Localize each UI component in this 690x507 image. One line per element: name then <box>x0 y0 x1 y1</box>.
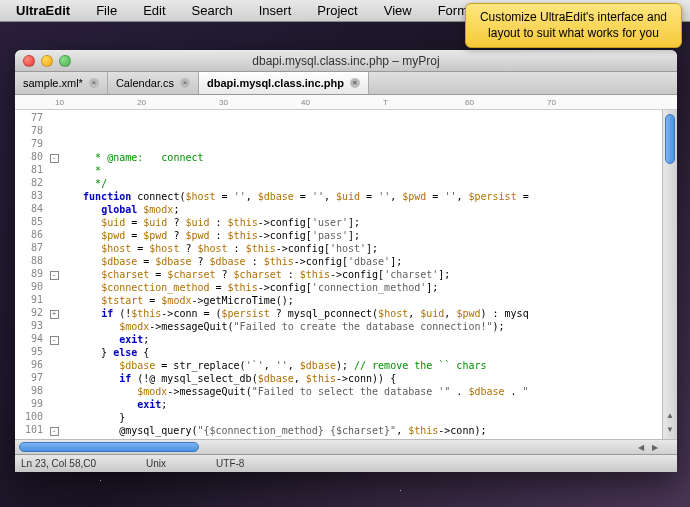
code-line[interactable]: } <box>65 411 662 424</box>
vertical-scrollbar[interactable]: ▲▼ <box>662 110 677 439</box>
zoom-icon[interactable] <box>59 55 71 67</box>
menu-project[interactable]: Project <box>313 1 361 20</box>
close-icon[interactable] <box>23 55 35 67</box>
tab-2[interactable]: dbapi.mysql.class.inc.php× <box>199 72 369 94</box>
code-line[interactable]: * <box>65 164 662 177</box>
menu-file[interactable]: File <box>92 1 121 20</box>
encoding: UTF-8 <box>216 458 244 469</box>
code-line[interactable]: * @name: connect <box>65 151 662 164</box>
column-ruler: 10203040T6070 <box>15 95 677 110</box>
status-bar: Ln 23, Col 58,C0 Unix UTF-8 <box>15 454 677 472</box>
code-line[interactable]: $uid = $uid ? $uid : $this->config['user… <box>65 216 662 229</box>
code-line[interactable]: $charset = $charset ? $charset : $this->… <box>65 268 662 281</box>
tab-0[interactable]: sample.xml*× <box>15 72 108 94</box>
code-line[interactable]: } else { <box>65 346 662 359</box>
code-line[interactable]: exit; <box>65 398 662 411</box>
cursor-position: Ln 23, Col 58,C0 <box>21 458 96 469</box>
window-title: dbapi.mysql.class.inc.php – myProj <box>15 54 677 68</box>
app-menu[interactable]: UltraEdit <box>12 1 74 20</box>
code-line[interactable]: $host = $host ? $host : $this->config['h… <box>65 242 662 255</box>
line-gutter: 7778798081828384858687888990919293949596… <box>15 110 47 439</box>
menu-view[interactable]: View <box>380 1 416 20</box>
code-line[interactable]: global $modx; <box>65 203 662 216</box>
titlebar[interactable]: dbapi.mysql.class.inc.php – myProj <box>15 50 677 72</box>
scroll-down-icon[interactable]: ▼ <box>663 425 677 439</box>
scroll-right-icon[interactable]: ▶ <box>648 443 662 452</box>
scroll-up-icon[interactable]: ▲ <box>663 411 677 425</box>
line-ending: Unix <box>146 458 166 469</box>
vscroll-thumb[interactable] <box>665 114 675 164</box>
tab-close-icon[interactable]: × <box>89 78 99 88</box>
code-area[interactable]: * @name: connect * */ function connect($… <box>61 110 662 439</box>
code-line[interactable]: function connect($host = '', $dbase = ''… <box>65 190 662 203</box>
menu-edit[interactable]: Edit <box>139 1 169 20</box>
menu-search[interactable]: Search <box>188 1 237 20</box>
code-line[interactable]: $modx->messageQuit("Failed to select the… <box>65 385 662 398</box>
tab-1[interactable]: Calendar.cs× <box>108 72 199 94</box>
code-line[interactable]: if (!@ mysql_select_db($dbase, $this->co… <box>65 372 662 385</box>
tab-label: sample.xml* <box>23 77 83 89</box>
code-line[interactable]: @mysql_query("{$connection_method} {$cha… <box>65 424 662 437</box>
code-line[interactable]: if (!$this->conn = ($persist ? mysql_pco… <box>65 307 662 320</box>
feature-tooltip: Customize UltraEdit's interface andlayou… <box>465 3 682 48</box>
menu-insert[interactable]: Insert <box>255 1 296 20</box>
code-line[interactable]: exit; <box>65 333 662 346</box>
code-line[interactable]: */ <box>65 177 662 190</box>
code-line[interactable]: $connection_method = $this->config['conn… <box>65 281 662 294</box>
code-line[interactable]: $pwd = $pwd ? $pwd : $this->config['pass… <box>65 229 662 242</box>
editor-area: 7778798081828384858687888990919293949596… <box>15 110 677 439</box>
editor-window: dbapi.mysql.class.inc.php – myProj sampl… <box>15 50 677 472</box>
horizontal-scrollbar[interactable]: ◀▶ <box>15 439 677 454</box>
minimize-icon[interactable] <box>41 55 53 67</box>
fold-toggle[interactable]: - <box>50 271 59 280</box>
scroll-left-icon[interactable]: ◀ <box>634 443 648 452</box>
code-line[interactable]: $dbase = str_replace('`', '', $dbase); /… <box>65 359 662 372</box>
code-line[interactable]: $modx->messageQuit("Failed to create the… <box>65 320 662 333</box>
code-line[interactable]: $dbase = $dbase ? $dbase : $this->config… <box>65 255 662 268</box>
fold-gutter: --+-- <box>47 110 61 439</box>
tab-close-icon[interactable]: × <box>350 78 360 88</box>
tab-close-icon[interactable]: × <box>180 78 190 88</box>
tab-label: Calendar.cs <box>116 77 174 89</box>
fold-toggle[interactable]: + <box>50 310 59 319</box>
code-line[interactable]: $tstart = $modx->getMicroTime(); <box>65 294 662 307</box>
tab-bar: sample.xml*×Calendar.cs×dbapi.mysql.clas… <box>15 72 677 95</box>
fold-toggle[interactable]: - <box>50 427 59 436</box>
hscroll-thumb[interactable] <box>19 442 199 452</box>
tab-label: dbapi.mysql.class.inc.php <box>207 77 344 89</box>
fold-toggle[interactable]: - <box>50 336 59 345</box>
fold-toggle[interactable]: - <box>50 154 59 163</box>
